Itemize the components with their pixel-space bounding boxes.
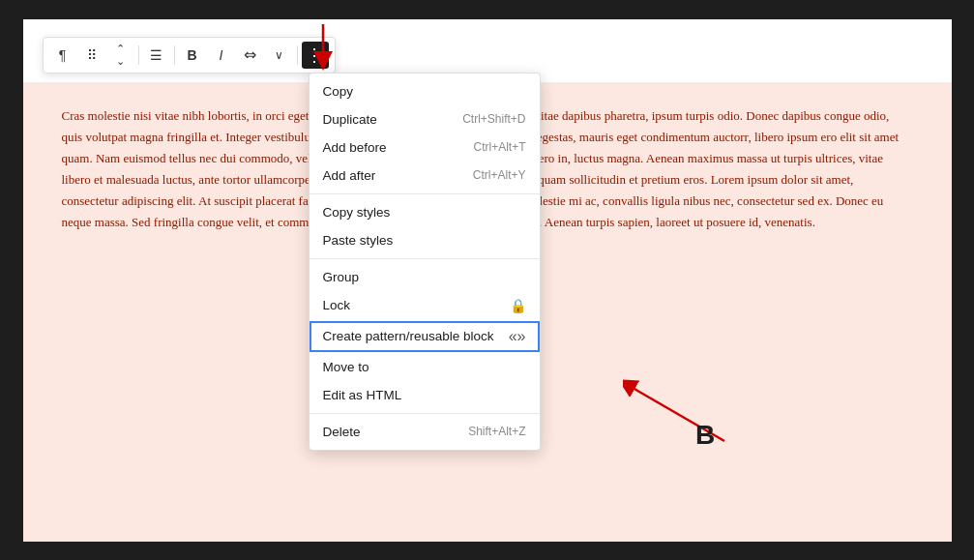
menu-item-duplicate-shortcut: Ctrl+Shift+D	[462, 112, 525, 126]
menu-item-lock-label: Lock	[323, 298, 351, 312]
menu-item-add-before-shortcut: Ctrl+Alt+T	[473, 140, 525, 154]
menu-item-create-pattern[interactable]: Create pattern/reusable block «»	[310, 321, 540, 352]
menu-item-delete[interactable]: Delete Shift+Alt+Z	[310, 418, 540, 446]
menu-divider-3	[310, 413, 540, 414]
menu-item-duplicate[interactable]: Duplicate Ctrl+Shift+D	[310, 105, 540, 133]
toolbar-divider-3	[297, 45, 298, 65]
menu-item-add-after-label: Add after	[323, 168, 376, 183]
link-button[interactable]: ⇔	[237, 42, 264, 69]
more-button[interactable]: ∨	[266, 42, 293, 69]
menu-item-duplicate-label: Duplicate	[323, 112, 377, 127]
menu-item-copy-styles[interactable]: Copy styles	[310, 198, 540, 226]
pointer-arrow-down	[311, 24, 335, 74]
menu-item-group[interactable]: Group	[310, 263, 540, 291]
menu-item-copy-styles-label: Copy styles	[323, 205, 391, 220]
menu-item-add-after-shortcut: Ctrl+Alt+Y	[473, 168, 526, 182]
menu-item-delete-label: Delete	[323, 425, 361, 439]
bold-button[interactable]: B	[179, 42, 206, 69]
align-button[interactable]: ☰	[143, 42, 170, 69]
annotation-arrow-b: B	[623, 378, 729, 450]
block-toolbar: ¶ ⠿ ⌃⌄ ☰ B I ⇔ ∨ ⋮	[43, 37, 336, 74]
editor-area: ¶ ⠿ ⌃⌄ ☰ B I ⇔ ∨ ⋮ Cras molestie nisi vi…	[23, 19, 952, 542]
menu-item-add-before-label: Add before	[323, 140, 387, 155]
menu-item-copy-label: Copy	[323, 84, 354, 99]
menu-item-edit-html-label: Edit as HTML	[323, 388, 402, 402]
menu-item-add-before[interactable]: Add before Ctrl+Alt+T	[310, 133, 540, 162]
menu-item-group-label: Group	[323, 270, 360, 284]
menu-item-create-pattern-label: Create pattern/reusable block	[323, 329, 494, 343]
menu-divider-1	[310, 193, 540, 194]
paragraph-button[interactable]: ¶	[49, 42, 76, 69]
menu-item-paste-styles-label: Paste styles	[323, 233, 394, 248]
menu-item-move-to-label: Move to	[323, 360, 369, 374]
drag-button[interactable]: ⠿	[78, 42, 105, 69]
menu-item-paste-styles[interactable]: Paste styles	[310, 226, 540, 254]
move-button[interactable]: ⌃⌄	[107, 42, 134, 69]
menu-divider-2	[310, 258, 540, 259]
menu-item-move-to[interactable]: Move to	[310, 353, 540, 381]
toolbar-divider-1	[138, 45, 139, 65]
menu-item-lock[interactable]: Lock 🔒	[310, 291, 540, 320]
italic-button[interactable]: I	[208, 42, 235, 69]
menu-item-copy[interactable]: Copy	[310, 77, 540, 105]
menu-item-delete-shortcut: Shift+Alt+Z	[468, 425, 525, 438]
svg-text:B: B	[695, 420, 715, 446]
pattern-icon: «»	[509, 328, 526, 345]
menu-item-edit-html[interactable]: Edit as HTML	[310, 381, 540, 409]
lock-icon: 🔒	[510, 298, 526, 313]
toolbar-divider-2	[174, 45, 175, 65]
context-menu: Copy Duplicate Ctrl+Shift+D Add before C…	[309, 73, 541, 451]
menu-item-add-after[interactable]: Add after Ctrl+Alt+Y	[310, 162, 540, 190]
